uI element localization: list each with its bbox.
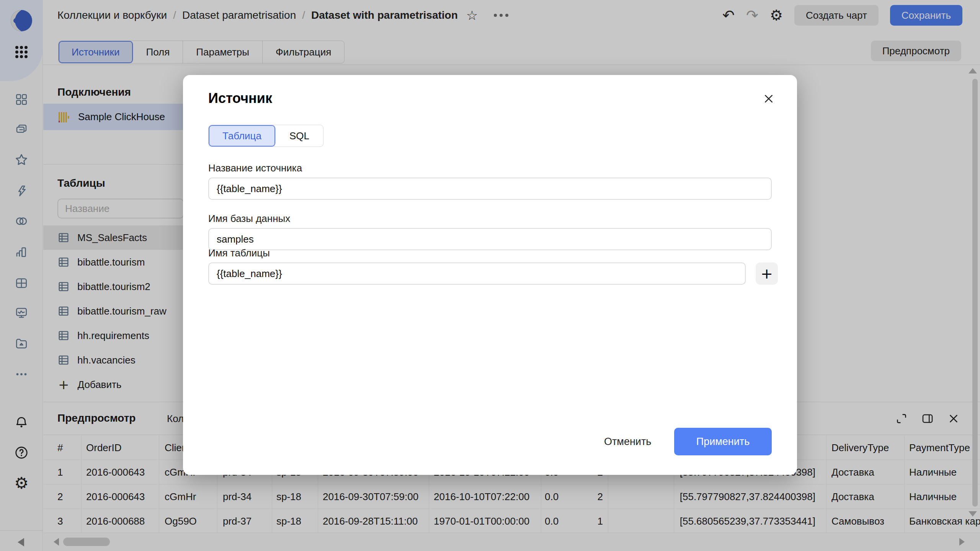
tab-sql[interactable]: SQL	[276, 125, 323, 147]
source-modal: Источник Таблица SQL Название источника …	[183, 75, 797, 475]
source-type-tabs: Таблица SQL	[208, 125, 323, 147]
add-table-name-button[interactable]: +	[756, 262, 778, 285]
apply-button[interactable]: Применить	[674, 428, 772, 455]
database-name-label: Имя базы данных	[208, 213, 290, 225]
database-name-input[interactable]: samples	[208, 228, 772, 250]
modal-close-icon[interactable]	[760, 90, 777, 107]
source-name-input[interactable]: {{table_name}}	[208, 178, 772, 200]
modal-title: Источник	[208, 90, 272, 106]
source-name-value: {{table_name}}	[217, 183, 282, 195]
app-window: ⚙ Коллекции и воркбуки / Dataset paramet…	[0, 0, 980, 551]
source-name-label: Название источника	[208, 162, 302, 174]
tab-table[interactable]: Таблица	[209, 125, 276, 147]
table-name-input[interactable]: {{table_name}}	[208, 262, 746, 285]
database-name-value: samples	[217, 233, 254, 245]
table-name-value: {{table_name}}	[217, 268, 282, 280]
cancel-button[interactable]: Отменить	[594, 428, 661, 455]
table-name-label: Имя таблицы	[208, 247, 270, 259]
